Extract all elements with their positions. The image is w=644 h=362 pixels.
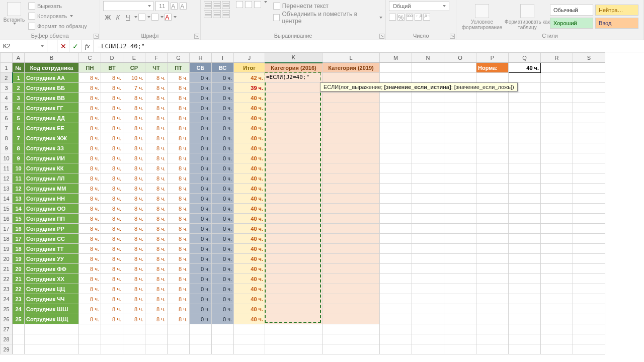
cell-O25[interactable] [444, 304, 476, 314]
cell-Q15[interactable] [509, 204, 541, 214]
cell-F23[interactable]: 8 ч. [145, 284, 168, 294]
cell-S16[interactable] [573, 214, 605, 224]
cell-C24[interactable]: 8 ч. [79, 294, 101, 304]
cell-R26[interactable] [541, 314, 573, 324]
cell-J12[interactable]: 40 ч. [234, 173, 265, 184]
cell-B12[interactable]: Сотрудник ЛЛ [25, 173, 79, 184]
cell-N16[interactable] [412, 214, 444, 224]
cell-H3[interactable]: 0 ч. [190, 83, 212, 93]
cell-F9[interactable]: 8 ч. [145, 143, 168, 153]
cell-A20[interactable]: 19 [13, 254, 25, 264]
cell-Q14[interactable] [509, 194, 541, 204]
col-header-D[interactable]: D [101, 53, 123, 63]
cell-B3[interactable]: Сотрудник ББ [25, 83, 79, 93]
cell-L17[interactable] [323, 224, 380, 234]
cell-H7[interactable]: 0 ч. [190, 123, 212, 133]
cell-P10[interactable] [476, 153, 509, 163]
cell-E1[interactable]: СР [123, 63, 145, 73]
cell-N5[interactable] [412, 103, 444, 113]
cell-R6[interactable] [541, 113, 573, 123]
cell-O10[interactable] [444, 153, 476, 163]
cell-N27[interactable] [412, 324, 444, 334]
cell-D25[interactable]: 8 ч. [101, 304, 123, 314]
cell-Q25[interactable] [509, 304, 541, 314]
italic-button[interactable]: К [113, 13, 122, 22]
cell-D27[interactable] [101, 324, 123, 334]
cell-L24[interactable] [323, 294, 380, 304]
cell-E16[interactable]: 8 ч. [123, 214, 145, 224]
cell-L16[interactable] [323, 214, 380, 224]
format-as-table-button[interactable]: Форматировать как таблицу [505, 3, 550, 30]
cell-H24[interactable]: 0 ч. [190, 294, 212, 304]
col-header-G[interactable]: G [168, 53, 190, 63]
cell-D29[interactable] [101, 344, 123, 354]
cell-M6[interactable] [380, 113, 412, 123]
cell-R20[interactable] [541, 254, 573, 264]
cell-P25[interactable] [476, 304, 509, 314]
cell-Q29[interactable] [509, 344, 541, 354]
cell-N19[interactable] [412, 244, 444, 254]
cell-P7[interactable] [476, 123, 509, 133]
cell-I5[interactable]: 0 ч. [212, 103, 234, 113]
cell-N28[interactable] [412, 334, 444, 344]
cell-L2[interactable] [323, 73, 380, 83]
cell-O20[interactable] [444, 254, 476, 264]
cell-Q24[interactable] [509, 294, 541, 304]
cell-Q9[interactable] [509, 143, 541, 153]
cell-F1[interactable]: ЧТ [145, 63, 168, 73]
cell-style-neutral[interactable]: Нейтра… [595, 5, 638, 16]
cell-E29[interactable] [123, 344, 145, 354]
cell-L20[interactable] [323, 254, 380, 264]
cell-C13[interactable]: 8 ч. [79, 184, 101, 194]
cell-Q10[interactable] [509, 153, 541, 163]
cell-C10[interactable]: 8 ч. [79, 153, 101, 163]
cell-I1[interactable]: ВС [212, 63, 234, 73]
cell-I28[interactable] [212, 334, 234, 344]
row-header-21[interactable]: 21 [1, 264, 13, 274]
cell-R15[interactable] [541, 204, 573, 214]
cell-C20[interactable]: 8 ч. [79, 254, 101, 264]
cell-G26[interactable]: 8 ч. [168, 314, 190, 324]
cell-L25[interactable] [323, 304, 380, 314]
cell-Q11[interactable] [509, 163, 541, 173]
cell-F6[interactable]: 8 ч. [145, 113, 168, 123]
cell-O24[interactable] [444, 294, 476, 304]
cell-L29[interactable] [323, 344, 380, 354]
cell-B15[interactable]: Сотрудник ОО [25, 204, 79, 214]
cell-P24[interactable] [476, 294, 509, 304]
cell-K3[interactable] [265, 83, 323, 93]
cell-Q5[interactable] [509, 103, 541, 113]
cell-J1[interactable]: Итог [234, 63, 265, 73]
cell-C16[interactable]: 8 ч. [79, 214, 101, 224]
cell-style-input[interactable]: Ввод [595, 18, 638, 29]
col-header-E[interactable]: E [123, 53, 145, 63]
row-header-7[interactable]: 7 [1, 123, 13, 133]
cell-K8[interactable] [265, 133, 323, 143]
cell-B13[interactable]: Сотрудник ММ [25, 184, 79, 194]
cell-S4[interactable] [573, 93, 605, 103]
merge-center-button[interactable]: Объединить и поместить в центре [273, 13, 383, 23]
cell-S2[interactable] [573, 73, 605, 83]
cell-R1[interactable] [541, 63, 573, 73]
font-size-select[interactable]: 11 [155, 1, 169, 11]
cell-H14[interactable]: 0 ч. [190, 194, 212, 204]
cell-S3[interactable] [573, 83, 605, 93]
cell-Q6[interactable] [509, 113, 541, 123]
cell-D5[interactable]: 8 ч. [101, 103, 123, 113]
cell-F16[interactable]: 8 ч. [145, 214, 168, 224]
cut-button[interactable]: Вырезать [28, 1, 87, 11]
cell-O15[interactable] [444, 204, 476, 214]
cell-A11[interactable]: 10 [13, 163, 25, 173]
cell-P17[interactable] [476, 224, 509, 234]
cell-J5[interactable]: 40 ч. [234, 103, 265, 113]
cell-A9[interactable]: 8 [13, 143, 25, 153]
cell-I20[interactable]: 0 ч. [212, 254, 234, 264]
increase-indent-icon[interactable] [245, 1, 252, 8]
cell-C25[interactable]: 8 ч. [79, 304, 101, 314]
cell-J16[interactable]: 40 ч. [234, 214, 265, 224]
cell-E18[interactable]: 8 ч. [123, 234, 145, 244]
cell-N2[interactable] [412, 73, 444, 83]
row-header-27[interactable]: 27 [1, 324, 13, 334]
thousands-icon[interactable]: 000 [406, 14, 413, 21]
cell-P16[interactable] [476, 214, 509, 224]
